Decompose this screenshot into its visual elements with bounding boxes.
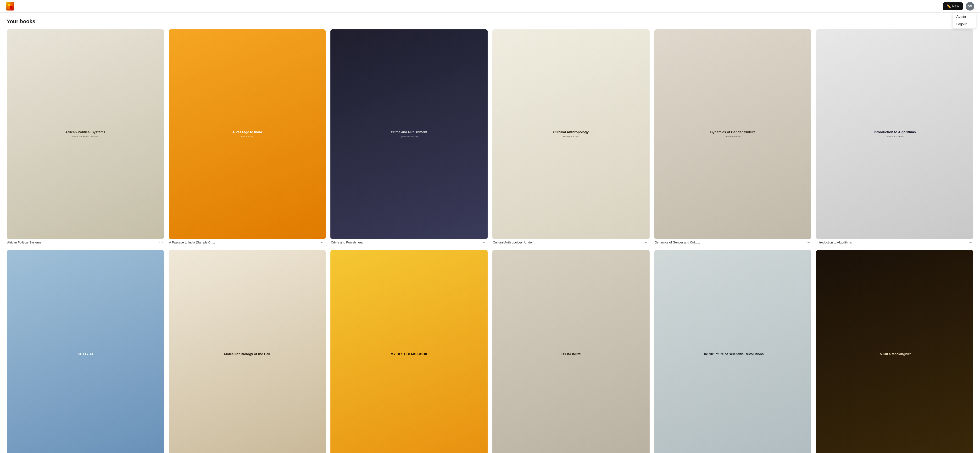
book-title-2: A Passage to India (Sample Ch... [169, 241, 321, 245]
book-title-3: Crime and Punishment [331, 241, 482, 245]
book-menu-button-5[interactable]: ⋯ [806, 241, 811, 244]
book-cover-4: Cultural Anthropology Richley H. Crapo [492, 29, 649, 239]
book-info-3: Crime and Punishment ⋯ [331, 239, 488, 246]
book-menu-button-2[interactable]: ⋯ [320, 241, 325, 244]
book-title-5: Dynamics of Gender and Cultu... [655, 241, 806, 245]
book-cover-8: Molecular Biology of the Cell [169, 250, 326, 453]
user-dropdown-menu: Admin Logout [952, 13, 976, 28]
new-button[interactable]: ✏️ New [943, 2, 963, 10]
book-info-1: African Political Systems ⋯ [7, 239, 164, 246]
book-cover-5: Dynamics of Gender Culture African Socie… [654, 29, 811, 239]
book-card-3[interactable]: Crime and Punishment Fyodor Dostoevsky C… [331, 29, 488, 246]
book-cover-7: KETTY AI [7, 250, 164, 453]
book-cover-9: MY BEST DEMO BOOK [331, 250, 488, 453]
book-card-5[interactable]: Dynamics of Gender Culture African Socie… [654, 29, 811, 246]
book-menu-button-3[interactable]: ⋯ [482, 241, 487, 244]
logo[interactable] [6, 2, 14, 11]
edit-icon: ✏️ [947, 4, 951, 8]
dropdown-logout[interactable]: Logout [953, 20, 976, 28]
book-cover-11: The Structure of Scientific Revolutions [654, 250, 811, 453]
book-card-2[interactable]: A Passage to India E.M. Forster A Passag… [169, 29, 326, 246]
svg-rect-3 [10, 6, 13, 9]
book-info-2: A Passage to India (Sample Ch... ⋯ [169, 239, 326, 246]
book-card-9[interactable]: MY BEST DEMO BOOK My Best Demo Book ⋯ [331, 250, 488, 453]
avatar[interactable]: DM [966, 2, 974, 11]
book-title-6: Introduction to Algorithms [816, 241, 968, 245]
book-info-6: Introduction to Algorithms ⋯ [816, 239, 973, 246]
book-cover-1: African Political Systems Fortes and Eva… [7, 29, 164, 239]
book-card-1[interactable]: African Political Systems Fortes and Eva… [7, 29, 164, 246]
book-cover-10: ECONOMICS [492, 250, 649, 453]
main-content: Your books African Political Systems For… [0, 13, 980, 453]
book-card-10[interactable]: ECONOMICS Economics ⋯ [492, 250, 649, 453]
book-cover-6: Introduction to Algorithms Thomas H. Cor… [816, 29, 973, 239]
book-card-11[interactable]: The Structure of Scientific Revolutions … [654, 250, 811, 453]
book-cover-3: Crime and Punishment Fyodor Dostoevsky [331, 29, 488, 239]
book-info-4: Cultural Anthropology: Under... ⋯ [492, 239, 649, 246]
svg-rect-0 [8, 4, 10, 6]
book-menu-button-1[interactable]: ⋯ [159, 241, 164, 244]
book-card-8[interactable]: Molecular Biology of the Cell Molecular … [169, 250, 326, 453]
svg-rect-2 [8, 6, 10, 9]
page-title: Your books [7, 18, 973, 25]
book-menu-button-6[interactable]: ⋯ [968, 241, 973, 244]
book-info-5: Dynamics of Gender and Cultu... ⋯ [654, 239, 811, 246]
book-menu-button-4[interactable]: ⋯ [644, 241, 649, 244]
book-cover-2: A Passage to India E.M. Forster [169, 29, 326, 239]
svg-rect-1 [10, 4, 13, 6]
header: ✏️ New DM Admin Logout [0, 0, 980, 13]
book-card-7[interactable]: KETTY AI Ketty AI ⋯ [7, 250, 164, 453]
books-grid: African Political Systems Fortes and Eva… [7, 29, 973, 453]
new-button-label: New [952, 4, 959, 8]
header-right: ✏️ New DM [943, 2, 974, 11]
dropdown-admin[interactable]: Admin [953, 13, 976, 20]
book-card-6[interactable]: Introduction to Algorithms Thomas H. Cor… [816, 29, 973, 246]
book-card-12[interactable]: To Kill a Mockingbird To Kill a Mockingb… [816, 250, 973, 453]
book-title-1: African Political Systems [7, 241, 159, 245]
book-cover-12: To Kill a Mockingbird [816, 250, 973, 453]
book-title-4: Cultural Anthropology: Under... [493, 241, 644, 245]
book-card-4[interactable]: Cultural Anthropology Richley H. Crapo C… [492, 29, 649, 246]
